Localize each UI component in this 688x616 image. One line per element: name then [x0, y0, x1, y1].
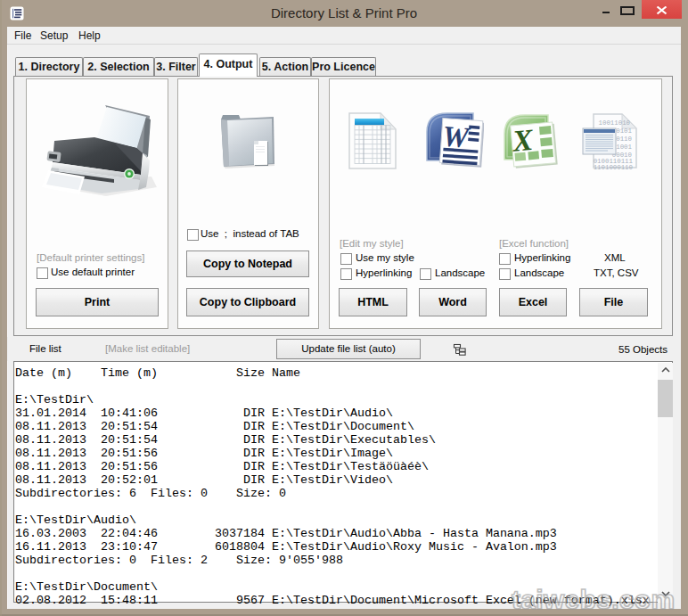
- svg-text:1101000110: 1101000110: [594, 164, 633, 171]
- svg-text:10011010: 10011010: [599, 119, 630, 127]
